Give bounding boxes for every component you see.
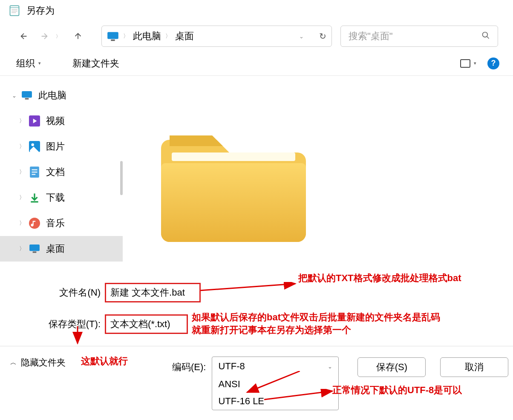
forward-button[interactable] xyxy=(35,27,53,45)
save-button[interactable]: 保存(S) xyxy=(357,357,426,377)
svg-point-7 xyxy=(483,32,488,37)
sidebar-item-video[interactable]: 〉 视频 xyxy=(0,108,123,134)
pc-icon xyxy=(107,32,119,41)
view-mode-button[interactable]: ▾ xyxy=(458,58,479,69)
address-dropdown-icon[interactable]: ⌄ xyxy=(299,33,304,40)
encoding-selected: UTF-8 xyxy=(218,361,245,372)
new-folder-button[interactable]: 新建文件夹 xyxy=(70,55,122,72)
sidebar-item-music[interactable]: 〉 音乐 xyxy=(0,210,123,236)
view-icon xyxy=(460,59,470,68)
chevron-up-icon: ︿ xyxy=(10,359,17,367)
title-bar: 另存为 xyxy=(0,0,513,21)
sidebar-item-documents[interactable]: 〉 文档 xyxy=(0,159,123,185)
cancel-button[interactable]: 取消 xyxy=(440,357,508,377)
svg-rect-10 xyxy=(25,98,29,99)
svg-rect-21 xyxy=(172,152,295,161)
window-title: 另存为 xyxy=(26,4,55,17)
filename-label: 文件名(N) xyxy=(43,286,101,299)
filetype-select[interactable]: 文本文档(*.txt) xyxy=(105,314,188,334)
up-button[interactable] xyxy=(69,27,87,45)
refresh-button[interactable]: ↻ xyxy=(319,31,326,41)
chevron-right-icon: 〉 xyxy=(17,143,26,150)
organize-button[interactable]: 组织 ▾ xyxy=(14,55,43,72)
file-view[interactable] xyxy=(123,76,513,280)
chevron-down-icon: ▾ xyxy=(38,60,41,66)
encoding-option[interactable]: ANSI xyxy=(212,376,338,393)
sidebar-item-pictures[interactable]: 〉 图片 xyxy=(0,134,123,159)
new-folder-label: 新建文件夹 xyxy=(72,57,119,70)
video-icon xyxy=(29,115,40,127)
annotation-left: 这默认就行 xyxy=(81,355,128,368)
chevron-right-icon: 〉 xyxy=(17,168,26,176)
encoding-dropdown: ANSI UTF-16 LE xyxy=(212,376,338,410)
chevron-down-icon: ⌄ xyxy=(328,363,332,370)
svg-point-13 xyxy=(31,143,34,146)
sidebar-item-label: 视频 xyxy=(46,115,65,127)
svg-rect-5 xyxy=(107,32,118,39)
sidebar-item-pc[interactable]: ⌄ 此电脑 xyxy=(0,83,123,108)
sidebar-item-label: 桌面 xyxy=(46,242,65,255)
chevron-right-icon: 〉 xyxy=(17,219,26,227)
encoding-label: 编码(E): xyxy=(172,361,206,374)
svg-rect-0 xyxy=(10,6,19,15)
encoding-option[interactable]: UTF-16 LE xyxy=(212,393,338,410)
sidebar-item-desktop[interactable]: 〉 桌面 xyxy=(0,236,123,262)
sidebar-item-label: 下载 xyxy=(46,191,65,204)
hide-folders-label: 隐藏文件夹 xyxy=(21,357,66,368)
chevron-down-icon: ▾ xyxy=(474,60,476,66)
main-area: ⌄ 此电脑 〉 视频 〉 图片 〉 文档 〉 下载 〉 音乐 xyxy=(0,76,513,280)
svg-line-8 xyxy=(487,36,489,38)
sidebar-item-downloads[interactable]: 〉 下载 xyxy=(0,185,123,210)
filetype-label: 保存类型(T): xyxy=(43,318,101,331)
svg-point-18 xyxy=(29,218,40,229)
folder-icon[interactable] xyxy=(157,123,310,250)
download-icon xyxy=(29,192,40,203)
toolbar: 组织 ▾ 新建文件夹 ▾ ? xyxy=(0,51,513,76)
chevron-right-icon: 〉 xyxy=(17,194,26,201)
breadcrumb-pc[interactable]: 此电脑 xyxy=(133,30,161,43)
search-input[interactable]: 搜索"桌面" xyxy=(340,26,498,47)
breadcrumb-desktop[interactable]: 桌面 xyxy=(175,30,194,43)
address-bar[interactable]: 〉 此电脑 〉 桌面 ⌄ ↻ xyxy=(101,26,332,47)
sidebar-item-label: 文档 xyxy=(46,166,65,178)
sidebar-item-label: 图片 xyxy=(46,140,65,153)
chevron-right-icon: 〉 xyxy=(119,32,133,40)
document-icon xyxy=(29,167,40,178)
help-icon[interactable]: ? xyxy=(487,58,499,69)
encoding-select[interactable]: UTF-8 ⌄ ANSI UTF-16 LE xyxy=(212,357,339,410)
back-button[interactable] xyxy=(15,27,33,45)
picture-icon xyxy=(29,141,40,152)
recent-dropdown-icon[interactable]: 〉 xyxy=(56,33,61,40)
navigation-bar: 〉 〉 此电脑 〉 桌面 ⌄ ↻ 搜索"桌面" xyxy=(0,21,513,51)
music-icon xyxy=(29,218,40,229)
sidebar-item-label: 音乐 xyxy=(46,217,65,230)
sidebar-item-label: 此电脑 xyxy=(38,89,66,102)
organize-label: 组织 xyxy=(16,57,35,70)
svg-rect-6 xyxy=(111,40,115,41)
hide-folders-button[interactable]: ︿ 隐藏文件夹 xyxy=(10,357,66,368)
chevron-down-icon: ⌄ xyxy=(9,92,19,99)
search-placeholder: 搜索"桌面" xyxy=(349,30,481,43)
filename-input[interactable]: 新建 文本文件.bat xyxy=(105,283,201,302)
desktop-icon xyxy=(29,243,40,254)
save-form: 把默认的TXT格式修改成批处理格式bat 文件名(N) 新建 文本文件.bat … xyxy=(0,280,513,334)
sidebar: ⌄ 此电脑 〉 视频 〉 图片 〉 文档 〉 下载 〉 音乐 xyxy=(0,76,123,280)
chevron-right-icon: 〉 xyxy=(161,32,175,40)
dialog-footer: ︿ 隐藏文件夹 这默认就行 编码(E): UTF-8 ⌄ ANSI UTF-16… xyxy=(0,346,513,414)
search-icon xyxy=(481,31,490,42)
svg-rect-19 xyxy=(29,245,40,251)
svg-rect-9 xyxy=(22,91,32,98)
svg-rect-20 xyxy=(33,251,37,253)
chevron-right-icon: 〉 xyxy=(17,245,26,253)
notepad-icon xyxy=(9,5,20,17)
pc-icon xyxy=(21,90,32,101)
annotation-bottom: 正常情况下默认的UTF-8是可以 xyxy=(332,384,462,397)
chevron-right-icon: 〉 xyxy=(17,117,26,125)
